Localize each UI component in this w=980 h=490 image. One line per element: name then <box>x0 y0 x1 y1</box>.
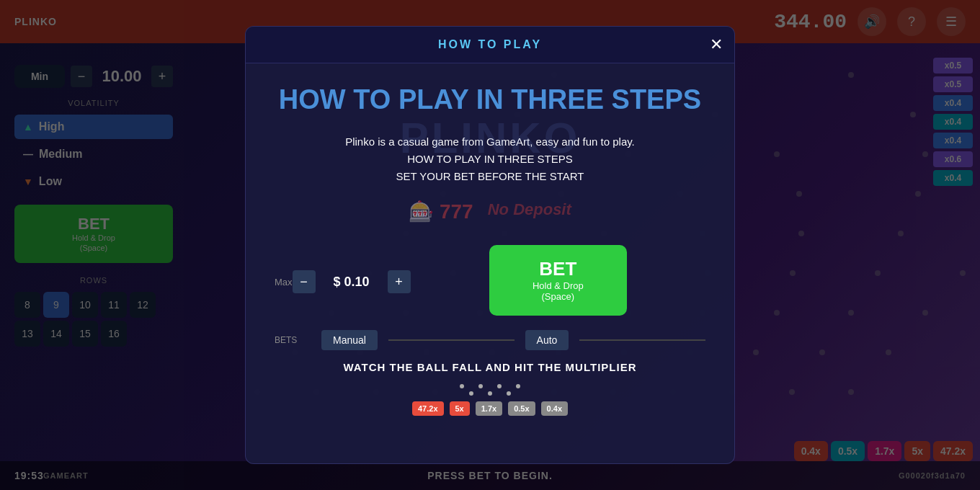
modal-overlay: HOW TO PLAY ✕ PLINKO HOW TO PLAY IN THRE… <box>0 0 980 490</box>
desc-line3: SET YOUR BET BEFORE THE START <box>275 168 705 185</box>
modal-bet-sub1: Hold & Drop <box>533 280 584 292</box>
casino-777-watermark: 🎰 777 <box>409 200 473 223</box>
mini-peg <box>507 391 511 396</box>
mini-mult-badge: 5x <box>450 401 470 416</box>
bets-auto-button[interactable]: Auto <box>525 330 569 350</box>
mini-peg <box>478 384 483 388</box>
modal-bet-value: $ 0.10 <box>323 275 380 290</box>
modal-bet-button[interactable]: BET Hold & Drop (Space) <box>489 245 627 316</box>
modal-bet-plus[interactable]: + <box>388 270 411 293</box>
mini-peg <box>488 391 492 396</box>
modal-bet-sub2: (Space) <box>533 291 584 303</box>
mini-mult-badge: 0.4x <box>541 401 568 416</box>
modal-header: HOW TO PLAY ✕ <box>246 27 734 63</box>
modal-bet-controls: − $ 0.10 + <box>293 270 411 293</box>
how-to-play-modal: HOW TO PLAY ✕ PLINKO HOW TO PLAY IN THRE… <box>245 26 735 464</box>
mini-peg <box>516 384 520 388</box>
mini-plinko-area: 47.2x5x1.7x0.5x0.4x <box>275 384 705 442</box>
mini-multipliers-row: 47.2x5x1.7x0.5x0.4x <box>275 401 705 416</box>
desc-line1: Plinko is a casual game from GameArt, ea… <box>275 133 705 151</box>
mini-mult-badge: 1.7x <box>476 401 502 416</box>
modal-bet-button-label: BET <box>533 258 584 280</box>
mini-peg-row-2 <box>275 391 705 396</box>
modal-bet-minus[interactable]: − <box>293 270 316 293</box>
desc-line2: HOW TO PLAY IN THREE STEPS <box>275 151 705 168</box>
modal-close-button[interactable]: ✕ <box>710 35 723 54</box>
bets-divider2 <box>579 339 705 341</box>
bets-manual-button[interactable]: Manual <box>321 330 378 350</box>
modal-main-title: HOW TO PLAY IN THREE STEPS <box>275 85 705 115</box>
game-container: PLINKO 344.00 🔊 ? ☰ Min − 10.00 + VOLATI… <box>0 0 980 490</box>
mini-peg <box>460 384 464 388</box>
watch-text: WATCH THE BALL FALL AND HIT THE MULTIPLI… <box>275 361 705 373</box>
modal-body: PLINKO HOW TO PLAY IN THREE STEPS Plinko… <box>246 63 734 463</box>
modal-description: Plinko is a casual game from GameArt, ea… <box>275 133 705 185</box>
bets-divider <box>388 339 514 341</box>
mini-mult-badge: 47.2x <box>412 401 444 416</box>
mini-peg <box>497 384 502 388</box>
mini-mult-badge: 0.5x <box>508 401 535 416</box>
nodeposit-watermark: No Deposit <box>488 200 571 219</box>
mini-peg <box>469 391 473 396</box>
bets-label: BETS <box>275 335 311 345</box>
mini-peg-row-1 <box>275 384 705 388</box>
modal-header-title: HOW TO PLAY <box>438 38 542 50</box>
max-label: Max <box>275 277 293 288</box>
